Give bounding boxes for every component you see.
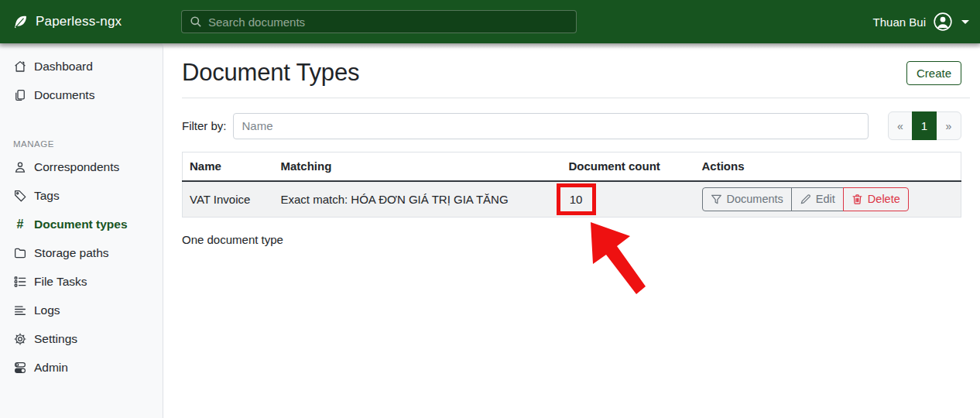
search-icon <box>190 15 202 28</box>
sidebar-section-manage: MANAGE <box>0 135 163 152</box>
sidebar-item-documents[interactable]: Documents <box>0 81 163 109</box>
user-name: Thuan Bui <box>873 15 926 29</box>
create-button[interactable]: Create <box>906 61 961 85</box>
sidebar-item-logs[interactable]: Logs <box>0 296 163 324</box>
main-content: Document Types Create Filter by: « 1 » N… <box>163 43 980 418</box>
search-input[interactable] <box>208 15 568 29</box>
sidebar-item-file-tasks[interactable]: File Tasks <box>0 267 163 296</box>
page-title: Document Types <box>182 57 359 88</box>
column-header-matching: Matching <box>274 152 562 181</box>
brand-title: Paperless-ngx <box>36 14 122 29</box>
sidebar-item-admin[interactable]: Admin <box>0 353 163 382</box>
house-icon <box>12 60 28 74</box>
brand[interactable]: Paperless-ngx <box>12 14 163 30</box>
sidebar-item-label: Tags <box>34 189 60 203</box>
pagination: « 1 » <box>888 111 961 140</box>
sidebar-item-document-types[interactable]: # Document types <box>0 210 163 238</box>
edit-button-label: Edit <box>816 193 835 205</box>
pagination-next-button[interactable]: » <box>936 111 961 140</box>
tag-icon <box>12 189 28 203</box>
cell-matching: Exact match: HÓA ĐƠN GIÁ TRỊ GIA TĂNG <box>274 181 562 218</box>
filter-by-label: Filter by: <box>182 119 227 132</box>
column-header-actions: Actions <box>695 152 961 181</box>
column-header-name: Name <box>183 152 274 181</box>
cell-name: VAT Invoice <box>183 181 274 218</box>
cell-document-count: 10 <box>562 181 695 218</box>
pagination-page-1[interactable]: 1 <box>912 111 937 140</box>
sidebar-item-label: Correspondents <box>34 160 119 174</box>
sidebar-item-correspondents[interactable]: Correspondents <box>0 152 163 181</box>
sidebar-item-settings[interactable]: Settings <box>0 324 163 353</box>
global-search <box>181 10 577 33</box>
sidebar-item-storage-paths[interactable]: Storage paths <box>0 238 163 267</box>
sidebar-item-dashboard[interactable]: Dashboard <box>0 52 163 81</box>
person-icon <box>12 160 28 174</box>
collection-summary: One document type <box>182 233 970 246</box>
delete-button-label: Delete <box>868 193 900 205</box>
folder-icon <box>12 246 28 260</box>
column-header-document-count: Document count <box>562 152 695 181</box>
files-icon <box>12 88 28 102</box>
title-divider <box>182 98 970 98</box>
sidebar: Dashboard Documents MANAGE Correspondent… <box>0 43 163 418</box>
table-row: VAT Invoice Exact match: HÓA ĐƠN GIÁ TRỊ… <box>183 181 961 218</box>
funnel-icon <box>711 194 722 205</box>
user-menu[interactable]: Thuan Bui <box>873 12 969 32</box>
sidebar-item-label: Storage paths <box>34 246 109 260</box>
annotation-highlight-box: 10 <box>557 183 596 215</box>
toggles-icon <box>12 361 28 375</box>
document-count-value: 10 <box>570 193 583 206</box>
gear-icon <box>12 332 28 346</box>
name-filter-input[interactable] <box>233 113 869 139</box>
pagination-prev-button[interactable]: « <box>888 111 913 140</box>
documents-button-label: Documents <box>727 193 783 205</box>
feather-icon <box>12 14 29 30</box>
sidebar-item-label: Settings <box>34 332 77 346</box>
text-lines-icon <box>12 303 28 317</box>
row-action-buttons: Documents Edit <box>702 187 909 211</box>
sidebar-item-label: File Tasks <box>34 275 87 289</box>
sidebar-item-label: Document types <box>34 218 128 231</box>
document-types-table: Name Matching Document count Actions VAT… <box>182 152 961 218</box>
delete-button[interactable]: Delete <box>843 187 909 211</box>
person-circle-icon <box>933 12 953 32</box>
checklist-icon <box>12 275 28 289</box>
hash-icon: # <box>12 218 28 231</box>
sidebar-item-label: Logs <box>34 303 60 317</box>
sidebar-item-label: Dashboard <box>34 60 93 74</box>
trash-icon <box>852 194 863 205</box>
documents-button[interactable]: Documents <box>702 187 792 211</box>
pencil-icon <box>800 194 811 205</box>
cell-actions: Documents Edit <box>695 181 961 218</box>
table-header-row: Name Matching Document count Actions <box>183 152 961 181</box>
sidebar-item-tags[interactable]: Tags <box>0 181 163 210</box>
sidebar-item-label: Documents <box>34 88 94 102</box>
sidebar-item-label: Admin <box>34 361 68 375</box>
edit-button[interactable]: Edit <box>791 187 844 211</box>
chevron-down-icon <box>961 20 969 24</box>
top-navbar: Paperless-ngx Thuan Bui <box>0 0 980 43</box>
